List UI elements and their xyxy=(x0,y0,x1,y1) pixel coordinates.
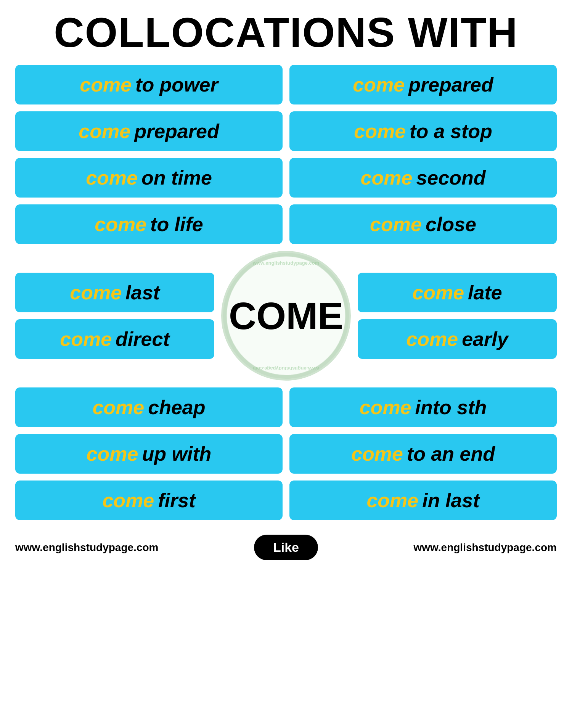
rest-word: close xyxy=(426,213,476,236)
come-word: come xyxy=(79,120,130,143)
rest-word: in last xyxy=(422,489,479,512)
rest-word: early xyxy=(462,328,508,350)
rest-word: up with xyxy=(142,442,211,465)
collocation-come-to-life: come to life xyxy=(15,204,283,244)
collocation-come-prepared-2: come prepared xyxy=(15,111,283,151)
rest-word: second xyxy=(416,166,485,189)
come-word: come xyxy=(102,489,154,512)
collocation-come-prepared-1: come prepared xyxy=(289,65,557,104)
watermark-top: www.englishstudypage.com xyxy=(253,260,319,266)
rest-word: last xyxy=(125,281,160,304)
rest-word: cheap xyxy=(148,396,205,419)
row-1: come to power come prepared xyxy=(15,65,557,104)
rest-word: late xyxy=(468,281,502,304)
rest-word: first xyxy=(158,489,195,512)
row-3: come on time come second xyxy=(15,158,557,198)
collocation-come-on-time: come on time xyxy=(15,158,283,198)
collocation-come-to-a-stop: come to a stop xyxy=(289,111,557,151)
collocation-come-into-sth: come into sth xyxy=(289,387,557,427)
footer-url-left: www.englishstudypage.com xyxy=(15,542,158,554)
come-word: come xyxy=(354,120,406,143)
collocation-come-in-last: come in last xyxy=(289,481,557,520)
center-left-pills: come last come direct xyxy=(15,273,214,359)
row-7: come cheap come into sth xyxy=(15,387,557,427)
center-circle: COME www.englishstudypage.com www.englis… xyxy=(221,251,351,381)
come-word: come xyxy=(353,73,405,96)
rest-word: into sth xyxy=(415,396,487,419)
collocation-come-close: come close xyxy=(289,204,557,244)
come-word: come xyxy=(70,281,122,304)
collocation-come-first: come first xyxy=(15,481,283,520)
footer-url-right: www.englishstudypage.com xyxy=(414,542,557,554)
rest-word: to life xyxy=(150,213,203,236)
come-word: come xyxy=(95,213,146,236)
rest-word: on time xyxy=(141,166,212,189)
page: COLLOCATIONS WITH come to power come pre… xyxy=(0,0,572,728)
center-section: come last come direct COME www.englishst… xyxy=(15,251,557,381)
row-2: come prepared come to a stop xyxy=(15,111,557,151)
collocation-come-direct: come direct xyxy=(15,319,214,359)
row-8: come up with come to an end xyxy=(15,434,557,474)
come-word: come xyxy=(360,396,411,419)
collocation-come-late: come late xyxy=(358,273,557,312)
rest-word: direct xyxy=(116,328,170,350)
come-word: come xyxy=(412,281,464,304)
rest-word: to an end xyxy=(407,442,495,465)
rest-word: prepared xyxy=(134,120,219,143)
row-4: come to life come close xyxy=(15,204,557,244)
collocation-come-to-power: come to power xyxy=(15,65,283,104)
come-word: come xyxy=(86,166,138,189)
come-word: come xyxy=(92,396,144,419)
come-word: come xyxy=(60,328,112,350)
collocation-come-up-with: come up with xyxy=(15,434,283,474)
collocation-come-to-an-end: come to an end xyxy=(289,434,557,474)
come-word: come xyxy=(406,328,458,350)
collocation-come-second: come second xyxy=(289,158,557,198)
collocation-come-cheap: come cheap xyxy=(15,387,283,427)
collocation-come-early: come early xyxy=(358,319,557,359)
center-right-pills: come late come early xyxy=(358,273,557,359)
come-word: come xyxy=(370,213,422,236)
come-word: come xyxy=(87,442,138,465)
row-9: come first come in last xyxy=(15,481,557,520)
come-word: come xyxy=(366,489,418,512)
footer-like-button[interactable]: Like xyxy=(254,535,318,560)
center-circle-label: COME xyxy=(229,294,343,338)
rest-word: to power xyxy=(135,73,218,96)
page-title: COLLOCATIONS WITH xyxy=(54,11,518,53)
collocation-come-last: come last xyxy=(15,273,214,312)
come-word: come xyxy=(361,166,413,189)
come-word: come xyxy=(80,73,132,96)
footer: www.englishstudypage.com Like www.englis… xyxy=(15,531,557,564)
rest-word: to a stop xyxy=(410,120,492,143)
watermark-bottom: www.englishstudypage.com xyxy=(253,366,319,371)
come-word: come xyxy=(351,442,403,465)
rest-word: prepared xyxy=(408,73,493,96)
